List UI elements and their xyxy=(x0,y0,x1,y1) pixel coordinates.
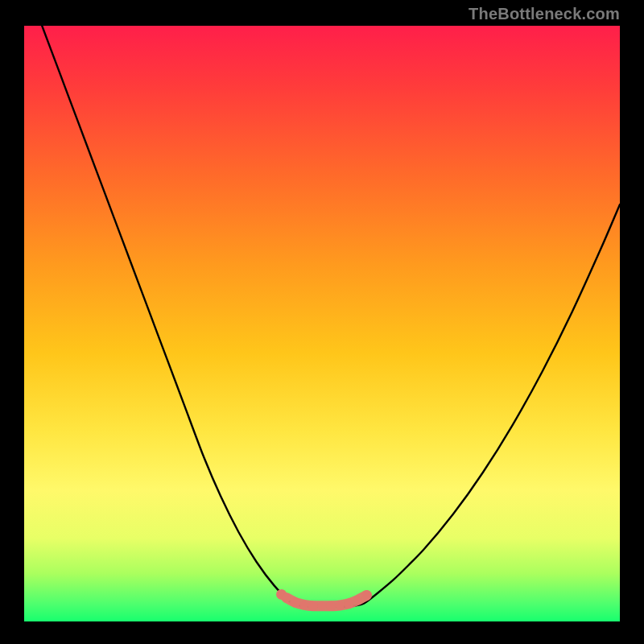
plot-area xyxy=(24,26,620,621)
attribution-label: TheBottleneck.com xyxy=(469,5,620,23)
valley-marker-dot xyxy=(299,601,308,609)
valley-marker-dot xyxy=(290,597,300,608)
chart-frame: TheBottleneck.com xyxy=(0,0,644,644)
valley-marker-lead-dot xyxy=(276,589,287,600)
chart-svg xyxy=(24,26,620,621)
valley-marker-dot xyxy=(326,601,336,611)
valley-marker-dot xyxy=(308,601,319,611)
valley-marker-dot xyxy=(344,599,354,609)
valley-marker-dot xyxy=(318,601,327,610)
valley-marker-band xyxy=(287,595,367,605)
valley-marker-dot xyxy=(353,596,362,605)
bottleneck-curve xyxy=(42,26,620,607)
valley-marker-dot xyxy=(361,590,372,601)
curve-group xyxy=(42,26,620,607)
marker-group xyxy=(276,589,372,611)
valley-marker-dot xyxy=(336,601,345,610)
valley-marker-dot xyxy=(282,593,291,602)
